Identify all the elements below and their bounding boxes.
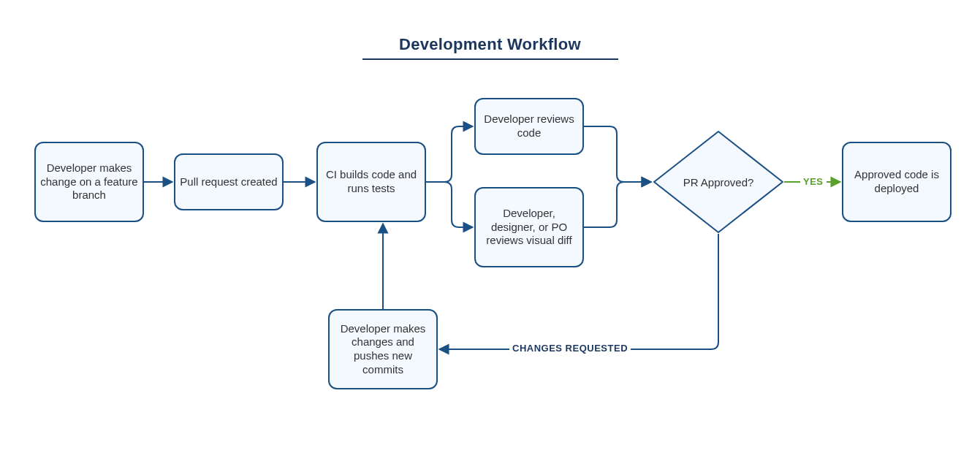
node-ci-builds: CI builds code and runs tests <box>316 142 426 222</box>
node-label: Developer reviews code <box>480 113 578 140</box>
node-push-commits: Developer makes changes and pushes new c… <box>328 309 438 389</box>
edge-n3-n4 <box>426 126 473 182</box>
node-label: Approved code is deployed <box>848 168 946 196</box>
node-label: CI builds code and runs tests <box>322 168 420 196</box>
edge-n3-n5 <box>426 182 473 227</box>
decision-pr-approved: PR Approved? <box>653 130 784 234</box>
node-pr-created: Pull request created <box>174 153 284 210</box>
diagram-title: Development Workflow <box>0 35 980 54</box>
node-review-visual: Developer, designer, or PO reviews visua… <box>474 187 584 267</box>
node-review-code: Developer reviews code <box>474 98 584 155</box>
edge-n4-diamond <box>584 126 651 182</box>
title-underline <box>362 58 618 60</box>
node-label: Developer makes changes and pushes new c… <box>334 322 432 377</box>
edge-label-changes: CHANGES REQUESTED <box>509 343 631 354</box>
node-developer-change: Developer makes change on a feature bran… <box>34 142 144 222</box>
edge-label-yes: YES <box>800 176 827 187</box>
node-label: Developer, designer, or PO reviews visua… <box>480 207 578 248</box>
decision-label: PR Approved? <box>683 176 754 189</box>
node-label: Developer makes change on a feature bran… <box>40 161 138 202</box>
node-deploy: Approved code is deployed <box>842 142 951 222</box>
edge-n5-diamond <box>584 182 651 227</box>
node-label: Pull request created <box>180 175 277 189</box>
